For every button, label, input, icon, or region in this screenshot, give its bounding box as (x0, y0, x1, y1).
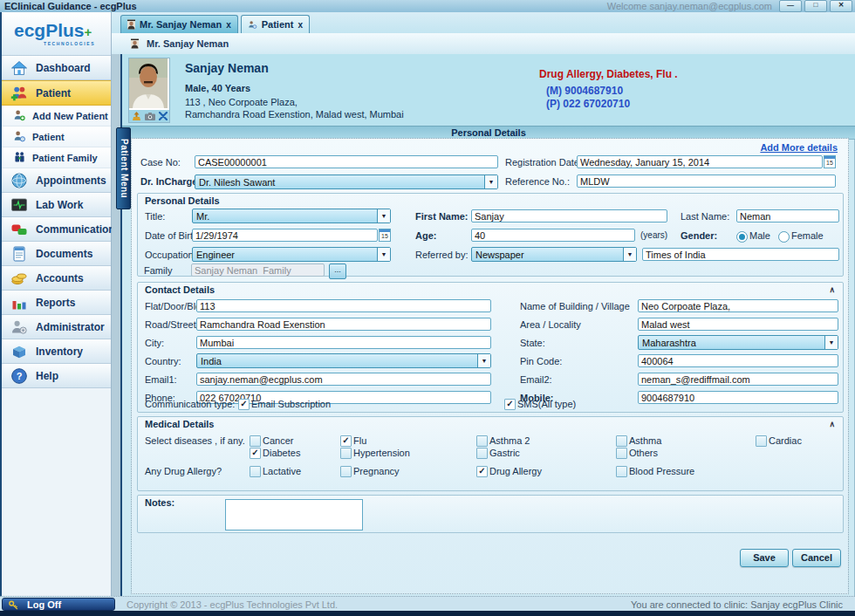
checkbox-drug-allergy[interactable] (476, 466, 488, 477)
collapse-icon[interactable]: ∧ (829, 420, 835, 428)
checkbox-label: Drug Allergy (489, 466, 542, 476)
log-off-button[interactable]: Log Off (2, 598, 115, 611)
state-select[interactable]: Maharashtra▼ (638, 335, 838, 350)
close-icon[interactable]: ✕ (830, 0, 852, 12)
help-icon: ? (10, 367, 28, 385)
patient-menu-tab[interactable]: Patient Menu (116, 127, 131, 209)
calendar-icon[interactable] (824, 155, 836, 168)
sidebar-item-dashboard[interactable]: Dashboard (2, 56, 111, 80)
checkbox-label: Hypertension (353, 448, 410, 458)
checkbox-label: Flu (353, 435, 366, 446)
sidebar-item-administrator[interactable]: Administrator (2, 315, 111, 339)
checkbox-gastric[interactable] (476, 448, 488, 459)
dashboard-icon (10, 59, 28, 77)
checkbox-cancer[interactable] (250, 435, 261, 447)
referred-by-select[interactable]: Newspaper▼ (471, 247, 637, 262)
sidebar-item-communication[interactable]: Communication (2, 217, 111, 242)
family-label: Family (144, 265, 172, 276)
dr-incharge-select[interactable]: Dr. Nilesh Sawant▼ (195, 175, 498, 189)
first-name-input[interactable] (471, 209, 667, 222)
pin-code-input[interactable] (638, 354, 838, 367)
checkbox-label: Asthma (629, 435, 661, 446)
checkbox-cardiac[interactable] (756, 435, 767, 447)
cancel-button[interactable]: Cancel (792, 549, 841, 567)
reference-no-input[interactable] (577, 175, 836, 188)
title-select[interactable]: Mr.▼ (192, 209, 391, 223)
sms-checkbox[interactable] (504, 399, 516, 410)
age-input[interactable] (471, 229, 635, 242)
sidebar-label: Communication (36, 223, 115, 236)
area-input[interactable] (638, 318, 838, 331)
checkbox-lactative[interactable] (250, 466, 261, 477)
gender-male-radio[interactable] (736, 231, 748, 243)
maximize-icon[interactable]: □ (804, 0, 827, 12)
dob-input[interactable] (192, 229, 378, 242)
sidebar-item-accounts[interactable]: Accounts (2, 266, 111, 291)
tab-patient-record[interactable]: Mr. Sanjay Neman x (120, 15, 238, 33)
pin-code-label: Pin Code: (520, 356, 562, 366)
email1-input[interactable] (196, 373, 491, 386)
case-no-input[interactable] (195, 155, 498, 168)
tab-patient[interactable]: Patient x (241, 15, 310, 33)
building-input[interactable] (638, 299, 838, 312)
tab-close-icon[interactable]: x (226, 20, 231, 30)
checkbox-diabetes[interactable] (250, 448, 261, 459)
sidebar-item-add-new-patient[interactable]: Add New Patient (2, 106, 111, 127)
last-name-input[interactable] (736, 209, 839, 222)
communication-icon (10, 221, 28, 238)
occupation-select[interactable]: Engineer▼ (192, 247, 391, 262)
sidebar-item-patient[interactable]: Patient (2, 80, 111, 106)
tab-close-icon[interactable]: x (298, 20, 303, 30)
checkbox-pregnancy[interactable] (340, 466, 352, 477)
family-browse-button[interactable]: ... (329, 264, 346, 279)
minimize-icon[interactable]: — (779, 0, 802, 12)
person-photo-icon (127, 19, 135, 30)
sidebar-label: Documents (36, 248, 92, 260)
upload-photo-icon[interactable] (132, 112, 141, 120)
checkbox-asthma[interactable] (616, 435, 627, 447)
sidebar-item-documents[interactable]: Documents (2, 242, 111, 266)
referred-by-detail-input[interactable] (642, 248, 839, 261)
checkbox-asthma2[interactable] (476, 435, 488, 447)
email1-label: Email1: (145, 374, 177, 385)
sidebar-item-help[interactable]: ? Help (2, 364, 111, 388)
family-input (191, 264, 325, 277)
checkbox-flu[interactable] (340, 435, 352, 447)
add-more-details-link[interactable]: Add More details (760, 142, 838, 153)
registration-date-input[interactable] (577, 155, 823, 168)
country-select[interactable]: India▼ (196, 353, 491, 368)
svg-text:?: ? (17, 371, 23, 381)
sidebar-item-reports[interactable]: Reports (2, 291, 111, 315)
sidebar-label: Patient (36, 87, 71, 99)
road-input[interactable] (196, 318, 491, 331)
sidebar-label: Patient Family (32, 153, 98, 163)
sidebar-item-patient-family[interactable]: Patient Family (2, 147, 111, 168)
notes-textarea[interactable] (225, 499, 363, 530)
remove-photo-icon[interactable] (159, 112, 168, 120)
flat-input[interactable] (196, 299, 491, 312)
gender-female-radio[interactable] (778, 231, 790, 243)
title-value: Mr. (196, 211, 209, 222)
checkbox-hypertension[interactable] (340, 448, 352, 459)
collapse-icon[interactable]: ∧ (829, 285, 835, 294)
patient-header: Sanjay Neman Male, 40 Years 113 , Neo Co… (122, 54, 855, 126)
sidebar-item-inventory[interactable]: Inventory (2, 339, 111, 364)
camera-icon[interactable] (145, 113, 155, 120)
calendar-icon[interactable] (379, 229, 391, 242)
title-label: Title: (145, 211, 165, 222)
sidebar-item-appointments[interactable]: Appointments (2, 168, 111, 193)
email2-input[interactable] (638, 373, 838, 386)
key-icon (8, 599, 20, 610)
email-subscription-checkbox[interactable] (238, 399, 250, 410)
sidebar-item-patient-sub[interactable]: Patient (2, 127, 111, 147)
logo-ecg: ecg (14, 20, 45, 40)
save-button[interactable]: Save (740, 549, 789, 567)
checkbox-label: Cardiac (769, 435, 802, 446)
occupation-value: Engineer (196, 250, 235, 260)
appointments-icon (10, 172, 28, 189)
checkbox-others[interactable] (616, 448, 627, 459)
sidebar-item-lab-work[interactable]: Lab Work (2, 193, 111, 217)
city-input[interactable] (196, 336, 491, 349)
mobile-input[interactable] (638, 391, 838, 404)
checkbox-blood-pressure[interactable] (616, 466, 627, 477)
